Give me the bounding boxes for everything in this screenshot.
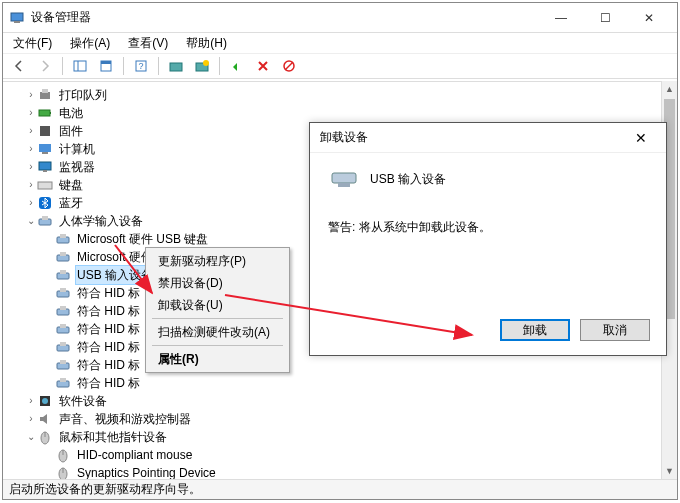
menu-item-properties[interactable]: 属性(R) bbox=[148, 348, 287, 370]
software-icon bbox=[37, 393, 53, 409]
expander-icon[interactable]: › bbox=[25, 140, 37, 158]
svg-rect-19 bbox=[42, 152, 48, 154]
status-text: 启动所选设备的更新驱动程序向导。 bbox=[9, 481, 201, 498]
minimize-button[interactable]: — bbox=[539, 4, 583, 32]
hid-icon bbox=[55, 267, 71, 283]
device-icon bbox=[328, 167, 360, 191]
tree-node-label: 电池 bbox=[57, 104, 85, 122]
tree-node-label: 软件设备 bbox=[57, 392, 109, 410]
tree-node[interactable]: ›电池 bbox=[7, 104, 677, 122]
tree-node-label: 打印队列 bbox=[57, 86, 109, 104]
tree-node-label: 键盘 bbox=[57, 176, 85, 194]
uninstall-confirm-button[interactable]: 卸载 bbox=[500, 319, 570, 341]
dialog-title: 卸载设备 bbox=[320, 129, 368, 146]
tree-node-label: 人体学输入设备 bbox=[57, 212, 145, 230]
expander-icon[interactable]: › bbox=[25, 158, 37, 176]
svg-rect-27 bbox=[60, 234, 66, 238]
menu-item-scan[interactable]: 扫描检测硬件改动(A) bbox=[148, 321, 287, 343]
tree-node-label: Synaptics Pointing Device bbox=[75, 464, 218, 479]
menu-item-uninstall[interactable]: 卸载设备(U) bbox=[148, 294, 287, 316]
svg-point-10 bbox=[203, 60, 209, 66]
show-hide-button[interactable] bbox=[68, 55, 92, 77]
svg-rect-59 bbox=[332, 173, 356, 183]
expander-icon[interactable]: › bbox=[25, 410, 37, 428]
menu-separator bbox=[152, 318, 283, 319]
menu-action[interactable]: 操作(A) bbox=[66, 33, 114, 54]
firmware-icon bbox=[37, 123, 53, 139]
properties-button[interactable] bbox=[94, 55, 118, 77]
expander-icon[interactable]: › bbox=[25, 392, 37, 410]
dialog-close-button[interactable]: ✕ bbox=[626, 130, 656, 146]
scan-hardware-button[interactable] bbox=[190, 55, 214, 77]
disable-button[interactable] bbox=[277, 55, 301, 77]
svg-rect-8 bbox=[170, 63, 182, 71]
menu-help[interactable]: 帮助(H) bbox=[182, 33, 231, 54]
update-driver-button[interactable] bbox=[164, 55, 188, 77]
tree-node-label: 鼠标和其他指针设备 bbox=[57, 428, 169, 446]
tree-node-label: 固件 bbox=[57, 122, 85, 140]
svg-rect-31 bbox=[60, 270, 66, 274]
hid-icon bbox=[55, 375, 71, 391]
tree-node[interactable]: ⌄鼠标和其他指针设备 bbox=[7, 428, 677, 446]
svg-rect-43 bbox=[60, 378, 66, 382]
svg-rect-21 bbox=[43, 170, 47, 172]
mouse-icon bbox=[55, 447, 71, 463]
hid-icon bbox=[37, 213, 53, 229]
context-menu: 更新驱动程序(P) 禁用设备(D) 卸载设备(U) 扫描检测硬件改动(A) 属性… bbox=[145, 247, 290, 373]
cancel-button[interactable]: 取消 bbox=[580, 319, 650, 341]
hid-icon bbox=[55, 249, 71, 265]
close-button[interactable]: ✕ bbox=[627, 4, 671, 32]
forward-button[interactable] bbox=[33, 55, 57, 77]
tree-node[interactable]: ›声音、视频和游戏控制器 bbox=[7, 410, 677, 428]
tree-node[interactable]: ›打印队列 bbox=[7, 86, 677, 104]
app-icon bbox=[9, 10, 25, 26]
dialog-buttons: 卸载 取消 bbox=[500, 319, 650, 341]
expander-icon[interactable]: › bbox=[25, 194, 37, 212]
tree-node[interactable]: Synaptics Pointing Device bbox=[7, 464, 677, 479]
hid-icon bbox=[55, 321, 71, 337]
back-button[interactable] bbox=[7, 55, 31, 77]
svg-rect-60 bbox=[338, 183, 350, 187]
menu-item-update-driver[interactable]: 更新驱动程序(P) bbox=[148, 250, 287, 272]
svg-point-45 bbox=[42, 398, 48, 404]
enable-button[interactable] bbox=[225, 55, 249, 77]
scroll-down-button[interactable]: ▼ bbox=[662, 463, 677, 479]
svg-rect-22 bbox=[38, 182, 52, 189]
expander-icon[interactable]: ⌄ bbox=[25, 428, 37, 446]
svg-text:?: ? bbox=[138, 61, 143, 71]
svg-rect-41 bbox=[60, 360, 66, 364]
tree-node-label: 计算机 bbox=[57, 140, 97, 158]
sound-icon bbox=[37, 411, 53, 427]
svg-rect-13 bbox=[40, 92, 50, 99]
titlebar: 设备管理器 — ☐ ✕ bbox=[3, 3, 677, 33]
tree-node-label: HID-compliant mouse bbox=[75, 446, 194, 464]
expander-icon[interactable]: › bbox=[25, 122, 37, 140]
tree-node-label: 监视器 bbox=[57, 158, 97, 176]
tree-node[interactable]: HID-compliant mouse bbox=[7, 446, 677, 464]
printer-icon bbox=[37, 87, 53, 103]
scroll-up-button[interactable]: ▲ bbox=[662, 81, 677, 97]
expander-icon[interactable]: › bbox=[25, 86, 37, 104]
help-button[interactable]: ? bbox=[129, 55, 153, 77]
tree-node[interactable]: 符合 HID 标 bbox=[7, 356, 677, 374]
menu-file[interactable]: 文件(F) bbox=[9, 33, 56, 54]
uninstall-button[interactable] bbox=[251, 55, 275, 77]
svg-rect-18 bbox=[39, 144, 51, 152]
expander-icon[interactable]: › bbox=[25, 176, 37, 194]
tree-node-label: 符合 HID 标 bbox=[75, 320, 142, 338]
expander-icon[interactable]: › bbox=[25, 104, 37, 122]
hid-icon bbox=[55, 339, 71, 355]
menu-item-disable[interactable]: 禁用设备(D) bbox=[148, 272, 287, 294]
svg-rect-5 bbox=[101, 61, 111, 64]
expander-icon[interactable]: ⌄ bbox=[25, 212, 37, 230]
tree-node[interactable]: ›软件设备 bbox=[7, 392, 677, 410]
menu-view[interactable]: 查看(V) bbox=[124, 33, 172, 54]
mouse-icon bbox=[55, 465, 71, 479]
tree-node[interactable]: 符合 HID 标 bbox=[7, 374, 677, 392]
maximize-button[interactable]: ☐ bbox=[583, 4, 627, 32]
computer-icon bbox=[37, 141, 53, 157]
tree-node-label: 符合 HID 标 bbox=[75, 374, 142, 392]
hid-icon bbox=[55, 231, 71, 247]
uninstall-dialog: 卸载设备 ✕ USB 输入设备 警告: 将从系统中卸载此设备。 卸载 取消 bbox=[309, 122, 667, 356]
svg-rect-20 bbox=[39, 162, 51, 170]
